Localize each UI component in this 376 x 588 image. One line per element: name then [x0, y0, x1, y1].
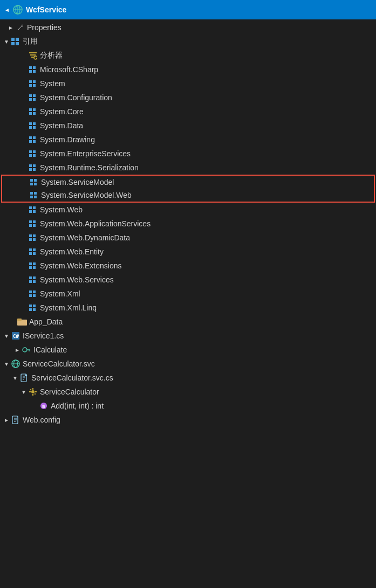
tree-item-system-web-app[interactable]: ► System.Web.ApplicationServices: [0, 217, 376, 231]
svg-rect-17: [29, 80, 32, 83]
svg-rect-6: [11, 42, 15, 45]
system-xml-linq-label: System.Xml.Linq: [40, 303, 376, 312]
svg-rect-15: [29, 70, 32, 73]
analyzer-label: 分析器: [40, 51, 376, 60]
svg-rect-21: [29, 94, 32, 97]
expander-properties[interactable]: ►: [6, 23, 15, 32]
title-bar: ◄ WcfService: [0, 0, 376, 19]
ref-icon-syssm: [29, 178, 39, 186]
svg-rect-57: [29, 220, 32, 223]
svg-rect-102: [32, 394, 33, 396]
tree-item-system-web-dyndata[interactable]: ► System.Web.DynamicData: [0, 231, 376, 245]
svg-rect-67: [29, 252, 32, 255]
system-servicemodel-web-label: System.ServiceModel.Web: [41, 191, 374, 199]
expander-references[interactable]: ▼: [2, 37, 11, 46]
svg-rect-36: [33, 140, 36, 143]
svg-rect-27: [29, 112, 32, 115]
system-web-ext-label: System.Web.Extensions: [40, 261, 376, 270]
tree-item-analyzer[interactable]: ► 分析器: [0, 49, 376, 63]
svg-rect-83: [29, 308, 32, 311]
tree-item-system-configuration[interactable]: ► System.Configuration: [0, 91, 376, 105]
svg-rect-16: [33, 70, 36, 73]
tree-item-servicecalculator-svccs[interactable]: ▼ ServiceCalculator.svc.cs: [0, 371, 376, 385]
svg-rect-47: [30, 183, 33, 185]
svg-rect-77: [29, 290, 32, 293]
ref-icon-syswebext: [28, 261, 38, 270]
collapse-arrow[interactable]: ◄: [4, 7, 10, 13]
expander-svccs[interactable]: ▼: [11, 373, 19, 382]
tree-item-system-servicemodel[interactable]: ► System.ServiceModel: [2, 175, 374, 189]
svg-rect-55: [29, 210, 32, 213]
svg-rect-104: [35, 391, 37, 392]
tree-item-system-data[interactable]: ► System.Data: [0, 119, 376, 133]
tree-item-references[interactable]: ▼ 引用: [0, 34, 376, 49]
tree-item-system-web-ext[interactable]: ► System.Web.Extensions: [0, 259, 376, 273]
svg-rect-49: [30, 192, 33, 195]
ref-icon-system: [28, 79, 38, 88]
ref-icon-sysxmllinq: [28, 303, 38, 312]
svg-rect-52: [34, 196, 37, 198]
ref-icon-sysruntime: [28, 163, 38, 172]
expander-svc[interactable]: ▼: [2, 359, 11, 368]
svg-rect-19: [29, 84, 32, 87]
tree-item-app-data[interactable]: ► App_Data: [0, 315, 376, 329]
svg-rect-82: [33, 305, 36, 307]
svg-rect-41: [29, 164, 32, 167]
tree-item-system-runtime[interactable]: ► System.Runtime.Serialization: [0, 161, 376, 175]
svg-rect-105: [30, 389, 32, 391]
ref-icon-syssmweb: [29, 191, 39, 199]
expander-class[interactable]: ▼: [19, 388, 28, 396]
title-bar-title: WcfService: [26, 5, 66, 14]
tree-item-properties[interactable]: ► Properties: [0, 20, 376, 34]
tree-item-add-method[interactable]: ► m Add(int, int) : int: [0, 399, 376, 413]
system-runtime-label: System.Runtime.Serialization: [40, 163, 376, 172]
ref-icon-syswebapp: [28, 219, 38, 228]
svg-rect-32: [33, 126, 36, 129]
svg-rect-28: [33, 112, 36, 115]
tree-item-system-xml[interactable]: ► System.Xml: [0, 287, 376, 301]
svg-rect-23: [29, 98, 32, 101]
tree-item-system-web-entity[interactable]: ► System.Web.Entity: [0, 245, 376, 259]
system-web-app-label: System.Web.ApplicationServices: [40, 219, 376, 228]
svg-rect-66: [33, 248, 36, 251]
tree-item-system-enterprise[interactable]: ► System.EnterpriseServices: [0, 147, 376, 161]
svg-rect-31: [29, 126, 32, 129]
svg-point-100: [31, 390, 35, 393]
svg-text:C#: C#: [13, 334, 19, 339]
tree-item-system[interactable]: ► System: [0, 77, 376, 91]
ref-icon-mscsharp: [28, 65, 38, 74]
tree-item-iservice1[interactable]: ▼ C# IService1.cs: [0, 329, 376, 343]
svg-rect-74: [33, 276, 36, 279]
expander-icalculate[interactable]: ►: [13, 345, 22, 354]
tree-item-servicecalculator-class[interactable]: ▼ ServiceCalculator: [0, 385, 376, 399]
tree-item-icalculate[interactable]: ► ICalculate: [0, 343, 376, 357]
svg-rect-8: [29, 52, 37, 53]
expander-iservice1[interactable]: ▼: [2, 331, 11, 340]
servicecalculator-svc-label: ServiceCalculator.svc: [23, 359, 376, 368]
expander-webconfig[interactable]: ►: [2, 416, 11, 424]
class-icon: [28, 388, 38, 396]
tree-item-system-xml-linq[interactable]: ► System.Xml.Linq: [0, 301, 376, 315]
tree-item-web-config[interactable]: ► Web.config: [0, 413, 376, 427]
tree-item-system-web[interactable]: ► System.Web: [0, 203, 376, 217]
system-servicemodel-label: System.ServiceModel: [41, 178, 374, 186]
tree-item-system-servicemodel-web[interactable]: ► System.ServiceModel.Web: [2, 189, 374, 203]
svg-rect-58: [33, 220, 36, 223]
svg-rect-42: [33, 164, 36, 167]
tree-item-system-core[interactable]: ► System.Core: [0, 105, 376, 119]
svg-rect-53: [29, 206, 32, 209]
svc-file-icon: [11, 359, 20, 368]
wcfservice-icon: [13, 5, 23, 15]
svg-rect-64: [33, 238, 36, 241]
svg-rect-60: [33, 224, 36, 227]
tree-item-servicecalculator-svc[interactable]: ▼ ServiceCalculator.svc: [0, 357, 376, 371]
tree-item-system-web-services[interactable]: ► System.Web.Services: [0, 273, 376, 287]
ref-icon-syswebdyn: [28, 233, 38, 242]
svg-rect-79: [29, 294, 32, 297]
system-configuration-label: System.Configuration: [40, 93, 376, 102]
analyzer-icon: [28, 51, 38, 60]
tree-item-microsoft-csharp[interactable]: ► Microsoft.CSharp: [0, 63, 376, 77]
svg-rect-81: [29, 305, 32, 307]
tree-item-system-drawing[interactable]: ► System.Drawing: [0, 133, 376, 147]
system-web-entity-label: System.Web.Entity: [40, 247, 376, 256]
